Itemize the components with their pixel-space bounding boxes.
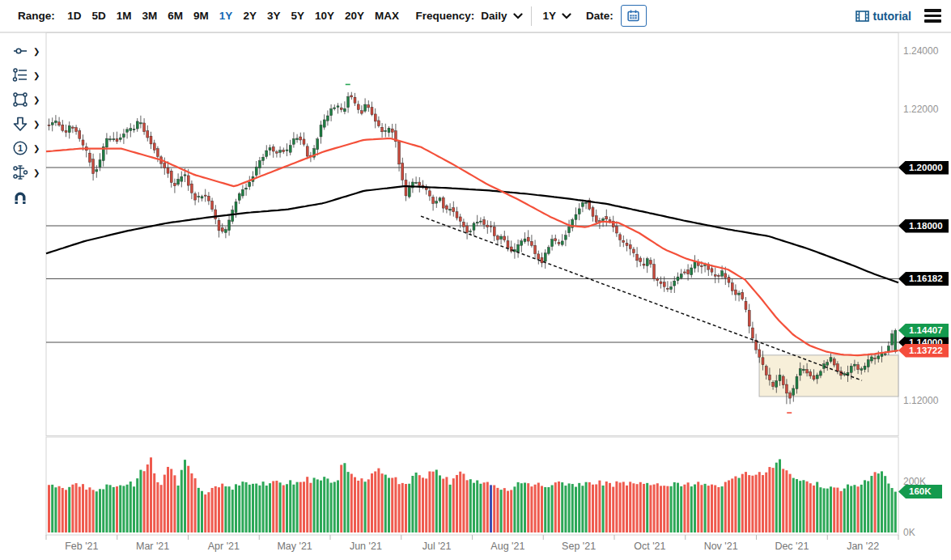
range-option-9m[interactable]: 9M [189,10,214,22]
menu-button[interactable] [924,9,941,23]
range-option-1d[interactable]: 1D [62,10,87,22]
x-axis-label: Dec '21 [775,541,809,552]
calendar-button[interactable] [621,5,647,27]
x-axis-label: Sep '21 [562,541,596,552]
x-axis-label: Feb '21 [65,541,98,552]
x-axis-label: Jan '22 [847,541,879,552]
x-axis-label: Nov '21 [704,541,738,552]
period-value: 1Y [543,10,557,22]
range-option-5y[interactable]: 5Y [286,10,310,22]
volume-axis-label: 0K [903,527,915,538]
price-level-badge: 1.18000 [898,219,949,233]
x-axis-label: Jul '21 [422,541,452,552]
range-option-1m[interactable]: 1M [111,10,137,22]
date-label: Date: [586,10,613,22]
y-axis-label: 1.22000 [903,104,938,115]
range-option-3y[interactable]: 3Y [261,10,286,22]
period-dropdown[interactable]: 1Y [543,10,572,22]
x-axis-label: Jun '21 [350,541,382,552]
range-option-6m[interactable]: 6M [163,10,189,22]
x-axis-label: Mar '21 [136,541,169,552]
range-label: Range: [18,10,55,22]
frequency-dropdown[interactable]: Daily [481,10,522,22]
x-axis-label: Oct '21 [634,541,665,552]
tutorial-link[interactable]: tutorial [855,10,911,23]
x-axis-label: Apr '21 [208,541,240,552]
video-tutorial-icon [855,11,869,22]
range-option-3m[interactable]: 3M [137,10,163,22]
range-option-5d[interactable]: 5D [87,10,111,22]
y-axis-label: 1.12000 [903,395,938,406]
last-price-badge: 1.14407 [898,324,949,337]
volume-value-badge: 160K [898,485,942,498]
range-option-max[interactable]: MAX [369,10,404,22]
chevron-down-icon [513,13,523,19]
chevron-down-icon [562,13,571,19]
price-level-badge: 1.16182 [898,272,949,286]
tutorial-label: tutorial [873,10,911,23]
y-axis-label: 1.24000 [903,45,938,57]
calendar-icon [626,9,640,23]
toolbar: Range: 1D5D1M3M6M9M1Y2Y3Y5Y10Y20YMAX Fre… [0,0,951,32]
toolbar-separator [531,6,532,26]
frequency-value: Daily [481,10,507,22]
range-option-2y[interactable]: 2Y [238,10,262,22]
range-options: 1D5D1M3M6M9M1Y2Y3Y5Y10Y20YMAX [62,10,405,22]
frequency-label: Frequency: [415,10,474,22]
range-option-10y[interactable]: 10Y [309,10,339,22]
price-chart[interactable] [0,32,951,560]
x-axis-label: Aug '21 [490,541,524,552]
ma-value-badge: 1.13722 [898,344,949,358]
x-axis-label: May '21 [277,541,312,552]
range-option-1y[interactable]: 1Y [214,10,238,22]
price-level-badge: 1.20000 [898,161,949,175]
range-option-20y[interactable]: 20Y [339,10,369,22]
